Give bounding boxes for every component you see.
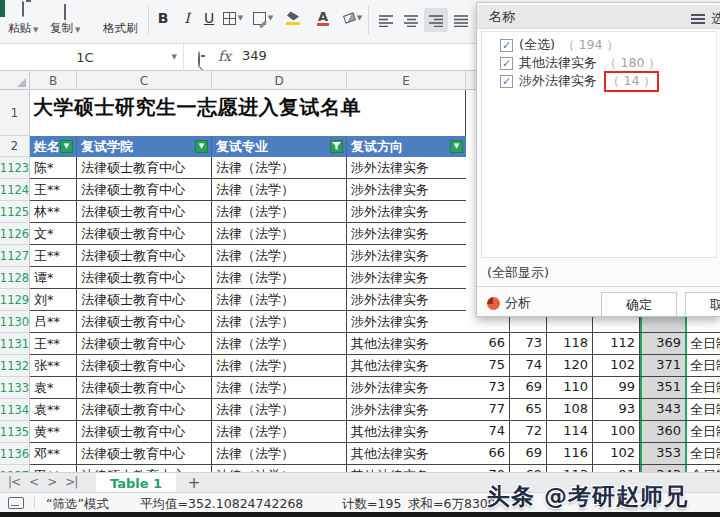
row-number[interactable]: 1134 [0,399,29,421]
table-cell-direction[interactable]: 涉外法律实务 [347,267,466,288]
borders-button[interactable]: ▼ [222,6,244,30]
column-header-b[interactable]: B [30,71,77,90]
table-cell-major[interactable]: 法律（法学） [212,355,347,376]
name-box[interactable]: 1C ▼ [0,44,184,70]
table-cell-major[interactable]: 法律（法学） [212,421,347,442]
table-cell-direction[interactable]: 其他法律实务 [347,421,466,442]
score-cell[interactable]: 全日制 [687,355,720,376]
table-cell-major[interactable]: 法律（法学） [212,245,347,266]
score-cell[interactable]: 69 [510,377,547,398]
column-header-e[interactable]: E [347,71,466,90]
table-cell-name[interactable]: 文* [30,223,77,244]
table-cell-name[interactable]: 王** [30,245,77,266]
score-cell[interactable]: 全日制 [687,443,720,464]
table-cell-college[interactable]: 法律硕士教育中心 [77,245,212,266]
table-cell-major[interactable]: 法律（法学） [212,289,347,310]
score-cell[interactable]: 108 [547,399,593,420]
header-cell-direction[interactable]: 复试方向 ▼ [347,136,466,157]
filter-dropdown-icon[interactable]: ▼ [60,140,73,153]
ok-button[interactable]: 确定 [601,292,677,317]
show-all-link[interactable]: (全部显示) [487,264,549,282]
filter-item-1[interactable]: ✓其他法律实务（ 180 ） [500,54,661,72]
checkbox-checked-icon[interactable]: ✓ [500,39,513,52]
justify-button[interactable] [449,8,473,32]
score-cell[interactable]: 99 [593,377,640,398]
draw-border-button[interactable]: ▼ [252,6,274,30]
header-cell-name[interactable]: 姓名 ▼ [30,136,77,157]
score-cell[interactable]: 全日制 [687,399,720,420]
table-cell-major[interactable]: 法律（法学） [212,399,347,420]
table-cell-major[interactable]: 法律（法学） [212,223,347,244]
filter-dropdown-icon[interactable]: ▼ [195,140,208,153]
cancel-button[interactable]: 取消 [685,292,720,317]
fill-color-button[interactable] [282,6,304,30]
align-right-button[interactable] [424,8,448,32]
format-painter-button[interactable]: 格式刷 [103,0,138,36]
column-header-c[interactable]: C [77,71,212,90]
table-cell-major[interactable]: 法律（法学） [212,377,347,398]
table-cell-name[interactable]: 袁* [30,377,77,398]
table-cell-direction[interactable]: 涉外法律实务 [347,311,466,332]
header-cell-college[interactable]: 复试学院 ▼ [77,136,212,157]
copy-button[interactable]: 复制▼ [50,0,80,36]
table-cell-college[interactable]: 法律硕士教育中心 [77,157,212,178]
score-cell[interactable]: 72 [510,421,547,442]
eraser-button[interactable]: ▼ [342,6,364,30]
table-cell-college[interactable]: 法律硕士教育中心 [77,377,212,398]
options-label[interactable]: 选项 [711,10,720,28]
sheet-tab-table1[interactable]: Table 1 [96,473,176,493]
score-cell[interactable]: 全日制 [687,333,720,354]
row-number[interactable]: 1124 [0,179,29,201]
row-number[interactable]: 1136 [0,443,29,465]
row-number[interactable]: 1129 [0,289,29,311]
table-cell-major[interactable]: 法律（法学） [212,311,347,332]
score-cell[interactable]: 102 [593,355,640,376]
table-cell-major[interactable]: 法律（法学） [212,179,347,200]
table-cell-major[interactable]: 法律（法学） [212,333,347,354]
score-cell[interactable]: 112 [593,333,640,354]
hamburger-menu-icon[interactable] [691,14,705,16]
score-cell[interactable]: 369 [640,333,687,354]
score-cell[interactable]: 353 [640,443,687,464]
table-cell-name[interactable]: 张** [30,355,77,376]
filter-item-0[interactable]: ✓(全选)（ 194 ） [500,36,619,54]
table-cell-name[interactable]: 邓** [30,443,77,464]
score-cell[interactable]: 343 [640,399,687,420]
row-number[interactable]: 1127 [0,245,29,267]
table-cell-college[interactable]: 法律硕士教育中心 [77,289,212,310]
score-cell[interactable]: 93 [593,399,640,420]
score-cell[interactable]: 343 [640,465,687,472]
table-cell-direction[interactable]: 其他法律实务 [347,443,466,464]
score-cell[interactable]: 全日制 [687,421,720,442]
table-cell-college[interactable]: 法律硕士教育中心 [77,179,212,200]
row-number[interactable]: 2 [0,136,29,157]
table-cell-name[interactable]: 袁** [30,399,77,420]
add-sheet-button[interactable]: + [184,473,204,493]
chevron-down-icon[interactable]: ▼ [172,53,177,61]
score-cell[interactable]: 120 [547,355,593,376]
score-cell[interactable]: 73 [510,333,547,354]
table-cell-name[interactable]: 刘* [30,289,77,310]
last-sheet-button[interactable]: >| [65,475,77,489]
score-cell[interactable]: 91 [593,465,640,472]
score-cell[interactable]: 69 [510,465,547,472]
table-cell-major[interactable]: 法律（法学） [212,267,347,288]
score-cell[interactable]: 65 [510,399,547,420]
table-cell-name[interactable]: 陈* [30,157,77,178]
table-cell-name[interactable]: 林** [30,201,77,222]
table-cell-college[interactable]: 法律硕士教育中心 [77,267,212,288]
select-all-corner[interactable] [0,71,30,90]
table-cell-college[interactable]: 法律硕士教育中心 [77,465,212,472]
score-cell[interactable]: 114 [547,421,593,442]
table-cell-name[interactable]: 黄** [30,421,77,442]
score-cell[interactable]: 351 [640,377,687,398]
table-cell-major[interactable]: 法律（法学） [212,157,347,178]
row-number[interactable]: 1132 [0,355,29,377]
font-color-button[interactable]: A [312,6,334,30]
score-cell[interactable]: 66 [466,333,510,354]
filter-active-funnel-icon[interactable] [330,140,343,153]
table-cell-name[interactable]: 吕** [30,311,77,332]
formula-input[interactable]: 349 [242,48,267,63]
table-cell-name[interactable]: 王** [30,333,77,354]
row-number[interactable]: 1123 [0,157,29,179]
